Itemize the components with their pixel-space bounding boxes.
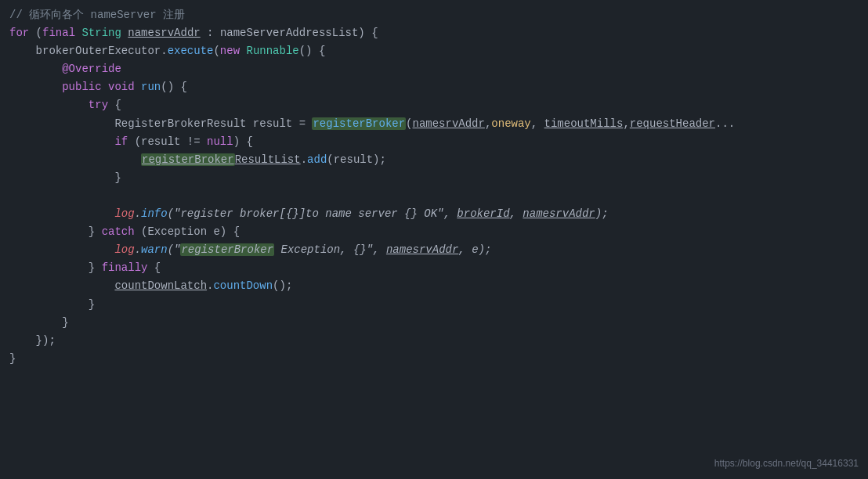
line-public-void: public void run() { (9, 78, 868, 96)
line-close-execute: }); (9, 332, 868, 350)
line-close-run: } (9, 314, 868, 332)
line-add-result: registerBrokerResultList.add(result); (9, 151, 868, 169)
line-register-result: RegisterBrokerResult result = registerBr… (9, 115, 868, 133)
line-executor: brokerOuterExecutor.execute(new Runnable… (9, 42, 868, 60)
line-close-finally: } (9, 296, 868, 314)
line-log-info: log.info("register broker[{}]to name ser… (9, 205, 868, 223)
line-comment: // 循环向各个 nameServer 注册 (9, 6, 868, 24)
line-catch: } catch (Exception e) { (9, 223, 868, 241)
line-log-warn: log.warn("registerBroker Exception, {}",… (9, 241, 868, 259)
line-finally: } finally { (9, 259, 868, 277)
watermark: https://blog.csdn.net/qq_34416331 (714, 456, 859, 471)
line-blank (9, 187, 868, 205)
line-try: try { (9, 96, 868, 114)
code-editor: // 循环向各个 nameServer 注册 for (final String… (0, 0, 868, 479)
line-for: for (final String namesrvAddr : nameServ… (9, 24, 868, 42)
line-close-if: } (9, 169, 868, 187)
line-override: @Override (9, 60, 868, 78)
line-if-result: if (result != null) { (9, 133, 868, 151)
line-close-for: } (9, 350, 868, 368)
line-countdown: countDownLatch.countDown(); (9, 277, 868, 295)
